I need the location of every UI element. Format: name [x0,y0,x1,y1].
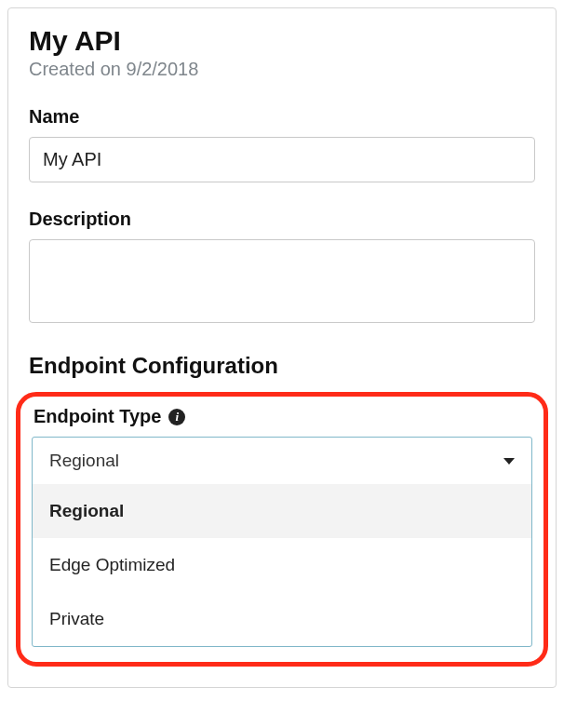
description-textarea[interactable] [29,239,535,323]
name-label: Name [29,106,535,128]
info-icon[interactable]: i [168,409,185,425]
highlight-annotation: Endpoint Type i Regional Regional Edge O… [16,392,548,667]
endpoint-type-options: Regional Edge Optimized Private [33,484,531,646]
endpoint-type-label: Endpoint Type i [32,406,532,427]
option-private[interactable]: Private [33,592,531,646]
description-field-group: Description [29,209,535,327]
name-field-group: Name [29,106,535,182]
description-label: Description [29,209,535,230]
option-regional[interactable]: Regional [33,484,531,538]
api-settings-panel: My API Created on 9/2/2018 Name Descript… [7,7,557,688]
endpoint-type-select[interactable]: Regional Regional Edge Optimized Private [32,437,532,647]
name-input[interactable] [29,137,535,182]
page-title: My API [29,25,535,57]
created-on-text: Created on 9/2/2018 [29,59,535,80]
endpoint-type-selected-text: Regional [49,451,119,471]
endpoint-type-selected[interactable]: Regional [33,438,531,484]
endpoint-config-title: Endpoint Configuration [29,353,535,379]
endpoint-type-label-text: Endpoint Type [34,406,161,427]
caret-down-icon [503,458,515,465]
option-edge-optimized[interactable]: Edge Optimized [33,538,531,592]
